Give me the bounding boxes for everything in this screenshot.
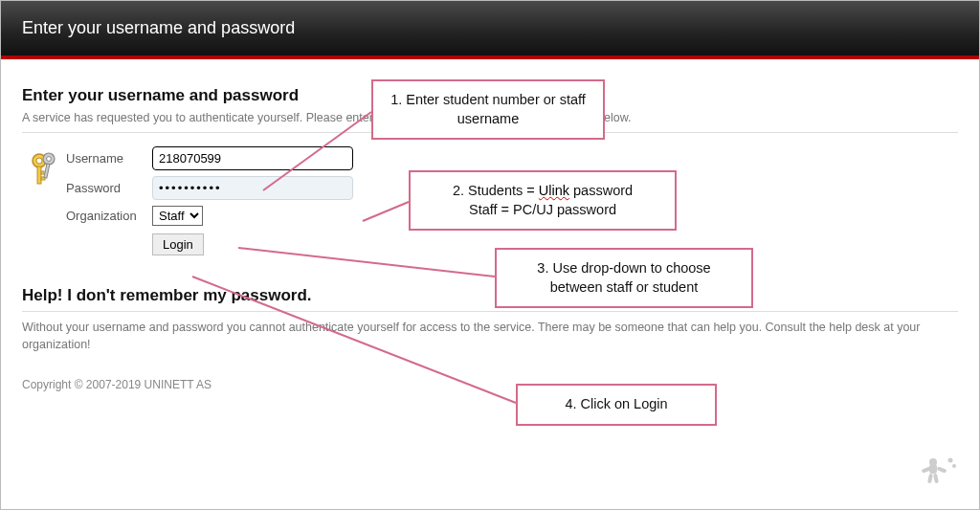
- svg-point-19: [952, 464, 956, 468]
- header-title: Enter your username and password: [22, 18, 295, 37]
- svg-rect-4: [41, 171, 44, 174]
- svg-point-18: [948, 458, 953, 463]
- svg-rect-2: [37, 166, 41, 184]
- password-label: Password: [66, 181, 152, 195]
- help-heading: Help! I don't remember my password.: [22, 286, 958, 305]
- svg-point-6: [47, 157, 52, 162]
- copyright: Copyright © 2007-2019 UNINETT AS: [22, 378, 958, 391]
- organization-label: Organization: [66, 209, 152, 223]
- password-input[interactable]: [152, 176, 353, 200]
- help-text: Without your username and password you c…: [22, 311, 958, 353]
- login-button[interactable]: Login: [152, 233, 204, 255]
- callout-4: 4. Click on Login: [516, 384, 717, 426]
- header-bar: Enter your username and password: [1, 1, 979, 55]
- callout-3: 3. Use drop-down to choose between staff…: [495, 248, 753, 308]
- svg-rect-17: [933, 474, 939, 484]
- username-input[interactable]: [152, 146, 353, 170]
- svg-rect-16: [927, 474, 933, 484]
- organization-select[interactable]: Staff: [152, 206, 203, 226]
- svg-rect-15: [937, 466, 947, 473]
- callout-2: 2. Students = Ulink password Staff = PC/…: [409, 170, 677, 231]
- provider-logo-icon: [912, 455, 958, 492]
- keys-icon: [22, 146, 66, 261]
- svg-point-1: [36, 158, 42, 164]
- username-label: Username: [66, 151, 152, 166]
- callout-1: 1. Enter student number or staff usernam…: [371, 79, 605, 140]
